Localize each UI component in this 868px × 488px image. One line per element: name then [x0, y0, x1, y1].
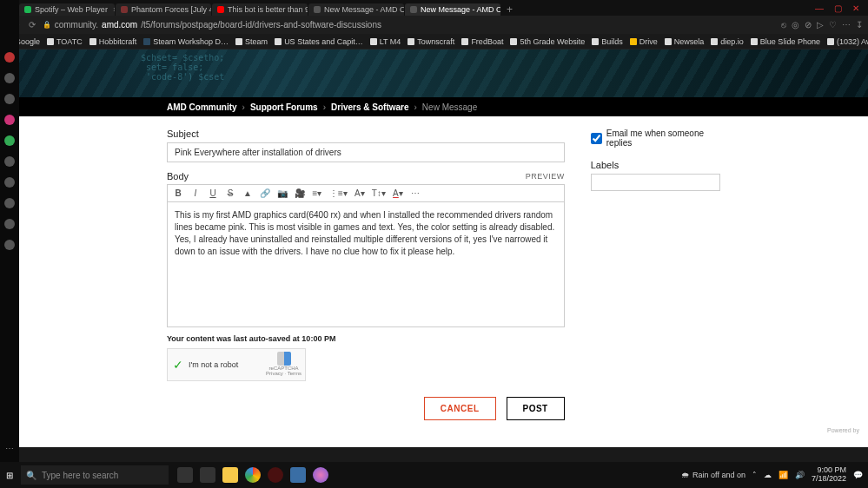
notifications-icon[interactable]: 💬: [853, 471, 863, 479]
sidebar-more[interactable]: ⋯: [5, 444, 14, 453]
form-column: Subject Body PREVIEW B I U S ▲ 🔗 📷 🎥 ≡▾ …: [167, 129, 565, 447]
bookmark-icon: [143, 38, 150, 45]
minimize-button[interactable]: —: [815, 3, 824, 13]
download-icon[interactable]: ↧: [856, 20, 863, 30]
sidebar-icon[interactable]: [4, 94, 15, 104]
video-button[interactable]: 🎥: [295, 188, 305, 198]
tray-chevron[interactable]: ˄: [752, 471, 757, 479]
italic-button[interactable]: I: [190, 188, 201, 198]
size-button[interactable]: T↕▾: [372, 188, 386, 198]
ul-button[interactable]: ⋮≡▾: [329, 188, 348, 198]
strike-button[interactable]: S: [225, 188, 235, 198]
sidebar-icon[interactable]: [4, 177, 15, 188]
close-icon[interactable]: ×: [113, 5, 115, 14]
taskview-icon[interactable]: [177, 467, 193, 483]
post-button[interactable]: POST: [507, 397, 565, 420]
favicon-amd: [314, 6, 321, 13]
image-button[interactable]: 📷: [277, 188, 288, 198]
sidebar-icon[interactable]: [4, 73, 15, 83]
sidebar-icon[interactable]: [4, 115, 15, 125]
sidebar-icon[interactable]: [4, 198, 15, 208]
bookmark[interactable]: Townscraft: [407, 37, 454, 46]
sidebar-icon[interactable]: [4, 240, 15, 250]
bookmark[interactable]: LT M4: [370, 37, 401, 46]
preview-button[interactable]: PREVIEW: [526, 172, 565, 181]
email-checkbox[interactable]: [591, 133, 602, 144]
bookmark[interactable]: TOATC: [47, 37, 83, 46]
bookmark-icon: [47, 38, 54, 45]
color-button[interactable]: A▾: [393, 188, 403, 198]
tab-amd2[interactable]: New Message - AMD Com×: [405, 3, 500, 16]
bookmark[interactable]: diep.io: [711, 37, 744, 46]
sidebar-icon[interactable]: [4, 219, 15, 229]
app-icon[interactable]: [290, 467, 306, 483]
crumb-link[interactable]: AMD Community: [167, 102, 237, 112]
link-button[interactable]: 🔗: [260, 188, 270, 198]
weather-widget[interactable]: 🌧 Rain off and on: [681, 471, 745, 479]
autosave-text: Your content was last auto-saved at 10:0…: [167, 334, 565, 343]
warn-button[interactable]: ▲: [242, 188, 253, 198]
bookmark[interactable]: Steam: [235, 37, 268, 46]
bookmark[interactable]: (1032) Aviation Me…: [827, 37, 868, 46]
font-button[interactable]: A▾: [354, 188, 365, 198]
addr-right-icons: ⎋ ◎ ⊘ ▷ ♡ ⋯ ↧: [781, 20, 863, 30]
bookmark-icon: [711, 38, 718, 45]
taskbar-apps: [177, 467, 328, 483]
tab-youtube[interactable]: This bot is better than 99%×: [212, 3, 308, 16]
vpn-icon[interactable]: ▷: [817, 20, 824, 30]
network-icon[interactable]: 📶: [779, 471, 788, 479]
url-field[interactable]: 🔒 community.amd.com/t5/forums/postpage/b…: [43, 20, 774, 30]
bookmark[interactable]: Steam Workshop D…: [143, 37, 229, 46]
underline-button[interactable]: U: [208, 188, 218, 198]
bookmark-icon: [370, 38, 377, 45]
bookmark[interactable]: US States and Capit…: [275, 37, 363, 46]
email-notify[interactable]: Email me when someone replies: [591, 129, 720, 148]
menu-icon[interactable]: ⋯: [842, 20, 851, 30]
bookmark[interactable]: Blue Slide Phone: [751, 37, 820, 46]
recaptcha[interactable]: ✓ I'm not a robot reCAPTCHA Privacy · Te…: [167, 348, 306, 381]
sidebar-icon[interactable]: [4, 156, 15, 167]
ol-button[interactable]: ≡▾: [312, 188, 322, 198]
bookmark[interactable]: 5th Grade Website: [510, 37, 585, 46]
crumb-link[interactable]: Drivers & Software: [331, 102, 408, 112]
heart-icon[interactable]: ♡: [829, 20, 837, 30]
labels-input[interactable]: [591, 174, 720, 191]
cancel-button[interactable]: CANCEL: [424, 397, 496, 420]
tab-amd1[interactable]: New Message - AMD Com×: [308, 3, 404, 16]
bookmark[interactable]: Drive: [630, 37, 658, 46]
favicon-pf: [121, 6, 128, 13]
app-icon[interactable]: [313, 467, 328, 483]
bookmark[interactable]: Builds: [592, 37, 623, 46]
subject-input[interactable]: [167, 142, 565, 162]
sidebar-icon[interactable]: [4, 135, 15, 146]
labels-label: Labels: [591, 160, 720, 170]
bookmark[interactable]: Newsela: [665, 37, 705, 46]
adblock-icon[interactable]: ⊘: [805, 20, 812, 30]
clock[interactable]: 9:00 PM 7/18/2022: [812, 466, 846, 484]
crumb-link[interactable]: Support Forums: [250, 102, 318, 112]
bookmark[interactable]: Hobbitcraft: [89, 37, 137, 46]
bold-button[interactable]: B: [173, 188, 183, 198]
onedrive-icon[interactable]: ☁: [764, 471, 772, 479]
bookmark[interactable]: FredBoat: [461, 37, 503, 46]
reload-button[interactable]: ⟳: [29, 20, 36, 30]
tab-spotify[interactable]: Spotify – Web Player×: [19, 3, 115, 16]
volume-icon[interactable]: 🔊: [795, 471, 805, 479]
ext-icon[interactable]: ⎋: [781, 20, 786, 30]
body-textarea[interactable]: [167, 201, 565, 327]
explorer-icon[interactable]: [222, 467, 238, 483]
maximize-button[interactable]: ▢: [834, 3, 842, 13]
more-button[interactable]: ⋯: [410, 188, 421, 198]
chrome-icon[interactable]: [245, 467, 261, 483]
ext-icon[interactable]: ◎: [792, 20, 799, 30]
tab-phantom[interactable]: Phantom Forces [July 4th]×: [116, 3, 211, 16]
cortana-icon[interactable]: [200, 467, 215, 483]
new-tab-button[interactable]: +: [501, 3, 518, 16]
crumb-current: New Message: [422, 102, 477, 112]
taskbar-search[interactable]: 🔍 Type here to search: [21, 465, 169, 485]
sidebar-icon[interactable]: [4, 52, 15, 63]
start-button[interactable]: ⊞: [0, 462, 19, 488]
opera-icon[interactable]: [268, 467, 283, 483]
opera-sidebar: ⋯: [0, 0, 19, 462]
close-window-button[interactable]: ✕: [852, 3, 859, 13]
